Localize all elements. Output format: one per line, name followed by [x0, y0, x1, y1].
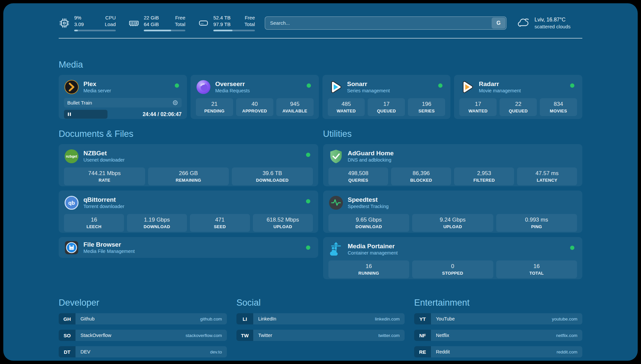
app-card-adguard[interactable]: AdGuard Home DNS and adblocking 498,508 …: [323, 144, 583, 186]
app-title: Speedtest: [348, 196, 389, 203]
bookmark-url: dev.to: [210, 349, 222, 354]
disk-widget: 52.4 TB 97.9 TB Free Total: [198, 15, 255, 31]
bookmark-url: youtube.com: [552, 317, 577, 321]
svg-text:nzbget: nzbget: [66, 154, 77, 158]
bookmark-youtube[interactable]: YT YouTube youtube.com: [414, 313, 582, 324]
disk-progress-bar: [213, 30, 255, 31]
stat-box: 471 SEED: [190, 214, 250, 232]
app-card-radarr[interactable]: Radarr Movie management 17 WANTED 22 QUE…: [454, 75, 582, 119]
app-subtitle: Container management: [348, 250, 398, 256]
pause-button[interactable]: [64, 110, 107, 119]
app-card-sonarr[interactable]: Sonarr Series management 485 WANTED 17 Q…: [322, 75, 451, 119]
stat-box: 196 SERIES: [408, 98, 445, 116]
bookmark-abbr: GH: [59, 313, 76, 324]
app-title: Plex: [83, 80, 111, 88]
bookmark-url: netflix.com: [556, 333, 577, 338]
qbittorrent-icon: qb: [64, 195, 79, 210]
weather-widget[interactable]: Lviv, 16.87°C scattered clouds: [516, 16, 582, 30]
bookmark-name: LinkedIn: [258, 316, 276, 321]
app-card-plex[interactable]: Plex Media server Bullet Train: [59, 75, 187, 119]
bookmark-abbr: LI: [236, 313, 253, 324]
weather-headline: Lviv, 16.87°C: [534, 16, 570, 23]
memory-icon: [128, 17, 139, 29]
stat-box: 16 RUNNING: [328, 260, 410, 278]
bookmark-url: twitter.com: [378, 333, 400, 338]
gear-icon[interactable]: [172, 100, 178, 106]
bookmark-netflix[interactable]: NF Netflix netflix.com: [414, 330, 582, 341]
bookmark-name: Netflix: [436, 333, 449, 338]
stat-box: 40 APPROVED: [236, 98, 273, 116]
stat-box: 498,508 QUERIES: [328, 167, 388, 185]
search-input[interactable]: [265, 16, 506, 30]
app-card-filebrowser[interactable]: File Browser Media File Management: [59, 237, 318, 258]
stat-box: 266 GB REMAINING: [148, 167, 229, 185]
status-dot: [570, 246, 574, 250]
stat-box: 0 STOPPED: [412, 260, 493, 278]
app-subtitle: Series management: [347, 88, 390, 94]
stat-box: 17 WANTED: [459, 98, 497, 116]
bookmark-github[interactable]: GH Github github.com: [59, 313, 227, 324]
bookmark-group-developer: Developer GH Github github.com SO StackO…: [59, 298, 227, 357]
bookmark-url: stackoverflow.com: [186, 333, 222, 338]
cpu-load-value: 3.09: [74, 21, 84, 28]
nzbget-icon: nzbget: [64, 149, 79, 164]
bookmark-abbr: DT: [59, 346, 76, 357]
now-playing-row: Bullet Train: [64, 98, 182, 107]
status-dot: [306, 199, 310, 203]
search-provider-button[interactable]: G: [492, 17, 505, 29]
memory-widget: 22 GiB 64 GiB Free Total: [128, 15, 185, 31]
stat-box: 21 PENDING: [196, 98, 233, 116]
section-media: Media Plex Media serv: [59, 60, 582, 119]
app-subtitle: Torrent downloader: [83, 203, 124, 210]
status-dot: [570, 83, 574, 88]
portainer-icon: [328, 242, 344, 257]
playback-row: 24:44 / 02:06:47: [64, 110, 182, 119]
app-subtitle: Media Requests: [215, 88, 250, 94]
bookmark-name: Twitter: [258, 333, 272, 338]
svg-text:qb: qb: [68, 200, 75, 206]
app-title: File Browser: [83, 241, 135, 248]
cpu-labels: CPU Load: [105, 15, 116, 28]
cpu-icon: [59, 17, 70, 29]
app-card-speedtest[interactable]: Speedtest Speedtest Tracking 9.65 Gbps D…: [323, 191, 583, 233]
app-card-overseerr[interactable]: Overseerr Media Requests 21 PENDING 40 A…: [191, 75, 319, 119]
section-title-entertainment: Entertainment: [414, 298, 582, 308]
stat-box: 618.52 Mbps UPLOAD: [253, 214, 313, 232]
bookmark-twitter[interactable]: TW Twitter twitter.com: [236, 330, 405, 341]
bookmark-abbr: TW: [236, 330, 253, 341]
app-title: qBittorrent: [83, 196, 124, 203]
stat-box: 9.24 Gbps UPLOAD: [412, 214, 493, 232]
section-title-social: Social: [236, 298, 405, 308]
app-subtitle: Speedtest Tracking: [348, 203, 389, 210]
app-title: Media Portainer: [348, 242, 398, 250]
speedtest-icon: [328, 195, 344, 210]
memory-progress-fill: [144, 30, 171, 31]
bookmark-url: github.com: [200, 317, 222, 321]
stat-box: 945 AVAILABLE: [276, 98, 314, 116]
bookmark-reddit[interactable]: RE Reddit reddit.com: [414, 346, 582, 357]
dashboard: 9% 3.09 CPU Load: [3, 3, 638, 361]
cpu-usage: 9%: [74, 15, 84, 21]
app-subtitle: Usenet downloader: [83, 157, 125, 163]
bookmark-linkedin[interactable]: LI LinkedIn linkedin.com: [236, 313, 405, 324]
bookmark-group-entertainment: Entertainment YT YouTube youtube.com NF …: [414, 298, 582, 357]
disk-values: 52.4 TB 97.9 TB: [213, 15, 230, 28]
now-playing-title: Bullet Train: [67, 100, 92, 106]
search-bar: G: [265, 16, 506, 30]
playback-time: 24:44 / 02:06:47: [142, 111, 181, 117]
app-card-portainer[interactable]: Media Portainer Container management 16 …: [323, 237, 583, 279]
bookmark-name: StackOverflow: [80, 333, 111, 338]
status-dot: [175, 83, 179, 88]
stat-box: 2,953 FILTERED: [454, 167, 514, 185]
sonarr-icon: [328, 79, 343, 95]
app-card-qbittorrent[interactable]: qb qBittorrent Torrent downloader 16: [59, 191, 318, 233]
app-card-nzbget[interactable]: nzbget NZBGet Usenet downloader 744.21 M…: [59, 144, 318, 186]
bookmark-abbr: YT: [414, 313, 431, 324]
app-title: Overseerr: [215, 80, 250, 88]
bookmark-dev[interactable]: DT DEV dev.to: [59, 346, 227, 357]
cpu-values: 9% 3.09: [74, 15, 84, 28]
memory-values: 22 GiB 64 GiB: [144, 15, 159, 28]
bookmark-stackoverflow[interactable]: SO StackOverflow stackoverflow.com: [59, 330, 227, 341]
stat-box: 47.57 ms LATENCY: [517, 167, 577, 185]
stat-box: 22 QUEUED: [500, 98, 537, 116]
